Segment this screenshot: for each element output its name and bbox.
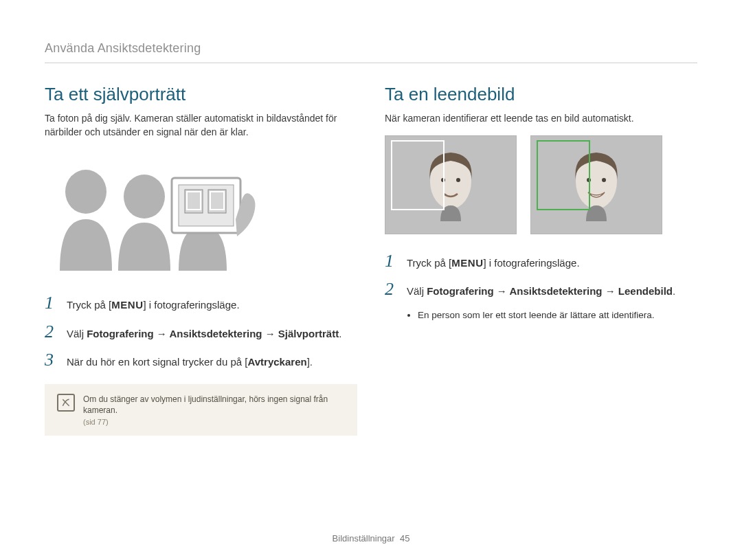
svg-point-1 — [124, 175, 165, 219]
footer-label: Bildinställningar — [333, 533, 395, 544]
note-ref: (sid 77) — [83, 418, 345, 426]
right-step-2: 2 Välj Fotografering → Ansiktsdetekterin… — [385, 280, 697, 300]
left-column: Ta ett självporträtt Ta foton på dig sjä… — [45, 84, 357, 436]
step-number: 1 — [385, 252, 398, 270]
svg-point-0 — [65, 170, 106, 214]
left-intro: Ta foton på dig själv. Kameran ställer a… — [45, 112, 357, 139]
left-title: Ta ett självporträtt — [45, 84, 357, 105]
face-thumb-white — [385, 135, 517, 234]
detection-box-green — [537, 140, 590, 210]
right-column: Ta en leendebild När kameran identifiera… — [385, 84, 697, 436]
menu-label: MENU — [451, 256, 483, 271]
left-steps: 1 Tryck på [MENU] i fotograferingsläge. … — [45, 294, 357, 370]
right-title: Ta en leendebild — [385, 84, 697, 105]
smile-illustration-row — [385, 135, 697, 234]
svg-point-14 — [602, 178, 606, 182]
selfie-illustration — [45, 154, 278, 271]
note-icon — [57, 394, 75, 412]
detection-box-white — [391, 140, 445, 210]
footer-page: 45 — [400, 533, 409, 544]
right-sub-bullet: En person som ler ett stort leende är lä… — [418, 309, 697, 322]
right-steps: 1 Tryck på [MENU] i fotograferingsläge. … — [385, 252, 697, 300]
section-header: Använda Ansiktsdetektering — [45, 41, 697, 63]
step-number: 1 — [45, 294, 58, 312]
step-number: 3 — [45, 351, 58, 369]
svg-point-11 — [456, 178, 460, 182]
left-step-3: 3 När du hör en kort signal trycker du p… — [45, 351, 357, 370]
page-footer: Bildinställningar 45 — [0, 533, 742, 544]
left-step-2: 2 Välj Fotografering → Ansiktsdetekterin… — [45, 323, 357, 342]
step-number: 2 — [45, 323, 58, 341]
face-thumb-green — [530, 135, 662, 234]
note-box: Om du stänger av volymen i ljudinställni… — [45, 384, 357, 436]
step-number: 2 — [385, 280, 398, 298]
menu-label: MENU — [111, 298, 143, 313]
right-step-1: 1 Tryck på [MENU] i fotograferingsläge. — [385, 252, 697, 271]
note-text: Om du stänger av volymen i ljudinställni… — [83, 394, 345, 417]
left-step-1: 1 Tryck på [MENU] i fotograferingsläge. — [45, 294, 357, 313]
right-intro: När kameran identifierar ett leende tas … — [385, 112, 697, 126]
right-sub-bullet-list: En person som ler ett stort leende är lä… — [405, 309, 697, 322]
